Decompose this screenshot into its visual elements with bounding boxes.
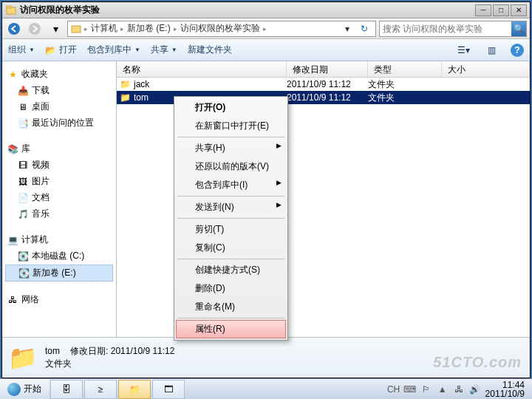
sidebar-item-downloads[interactable]: 📥下载 [5, 83, 113, 98]
sidebar-item-videos[interactable]: 🎞视频 [5, 157, 113, 173]
menu-cut[interactable]: 剪切(T) [176, 220, 286, 239]
chevron-right-icon[interactable]: ▸ [174, 25, 177, 33]
drive-icon: 💽 [18, 267, 30, 279]
video-icon: 🎞 [17, 160, 29, 171]
recent-icon: 📑 [17, 117, 29, 129]
network-tray-icon[interactable]: 🖧 [453, 383, 465, 395]
col-type[interactable]: 类型 [368, 61, 442, 77]
search-icon[interactable]: 🔍 [511, 21, 526, 36]
folder-icon: 📁 [8, 343, 38, 372]
menu-properties[interactable]: 属性(R) [176, 320, 286, 338]
refresh-button[interactable]: ↻ [356, 24, 372, 34]
chevron-right-icon: ▶ [276, 201, 282, 208]
svg-point-2 [8, 23, 20, 35]
library-icon: 📚 [7, 143, 18, 155]
menu-open[interactable]: 打开(O) [176, 98, 286, 117]
menu-rename[interactable]: 重命名(M) [176, 298, 286, 316]
chevron-right-icon[interactable]: ▸ [263, 25, 267, 33]
chevron-right-icon[interactable]: ▸ [120, 25, 124, 33]
menu-share[interactable]: 共享(H)▶ [176, 139, 286, 157]
svg-rect-4 [72, 26, 81, 33]
clock[interactable]: 11:44 2011/10/9 [485, 381, 528, 398]
share-button[interactable]: 共享▼ [151, 44, 177, 56]
watermark: 51CTO.com [433, 354, 522, 371]
minimize-button[interactable]: ─ [475, 4, 491, 16]
toolbar: 组织▼ 📂打开 包含到库中▼ 共享▼ 新建文件夹 ☰▾ ▥ ? [2, 39, 530, 61]
picture-icon: 🖼 [17, 176, 29, 188]
breadcrumb[interactable]: 计算机 [91, 22, 117, 35]
sidebar-item-desktop[interactable]: 🖥桌面 [5, 99, 113, 115]
sidebar-network[interactable]: 🖧网络 [5, 292, 113, 307]
menu-send-to[interactable]: 发送到(N)▶ [176, 198, 286, 216]
search-box[interactable]: 🔍 [379, 21, 527, 37]
sidebar-libraries[interactable]: 📚库 [5, 141, 113, 157]
help-button[interactable]: ? [511, 44, 524, 57]
open-button[interactable]: 📂打开 [45, 44, 77, 56]
music-icon: 🎵 [17, 208, 29, 220]
lang-indicator[interactable]: CH [388, 383, 400, 395]
close-button[interactable]: ✕ [511, 4, 527, 16]
nav-sidebar: ★收藏夹 📥下载 🖥桌面 📑最近访问的位置 📚库 🎞视频 🖼图片 📄文档 🎵音乐… [2, 61, 117, 337]
back-button[interactable] [5, 21, 23, 37]
address-dropdown[interactable]: ▾ [341, 24, 353, 34]
sidebar-item-recent[interactable]: 📑最近访问的位置 [5, 115, 113, 131]
preview-pane-button[interactable]: ▥ [482, 42, 500, 58]
tray-flag-icon[interactable]: 🏳 [420, 383, 432, 395]
organize-button[interactable]: 组织▼ [8, 44, 35, 56]
taskbar-powershell[interactable]: ≥ [84, 380, 117, 399]
context-menu: 打开(O) 在新窗口中打开(E) 共享(H)▶ 还原以前的版本(V) 包含到库中… [174, 96, 288, 341]
menu-include-library[interactable]: 包含到库中(I)▶ [176, 176, 286, 194]
titlebar[interactable]: 访问权限的枚举实验 ─ □ ✕ [2, 2, 530, 18]
sidebar-computer[interactable]: 💻计算机 [5, 232, 113, 248]
drive-icon: 💽 [17, 250, 29, 262]
breadcrumb[interactable]: 新加卷 (E:) [127, 22, 171, 35]
windows-orb-icon [7, 383, 21, 396]
folder-icon [71, 24, 81, 34]
taskbar-explorer[interactable]: 📁 [118, 380, 151, 399]
col-size[interactable]: 大小 [442, 61, 530, 77]
col-name[interactable]: 名称 [117, 61, 287, 77]
maximize-button[interactable]: □ [493, 4, 509, 16]
sidebar-item-drive-e[interactable]: 💽新加卷 (E:) [5, 265, 113, 282]
history-dropdown[interactable]: ▾ [47, 21, 64, 37]
column-header: 名称 修改日期 类型 大小 [117, 61, 530, 78]
desktop-icon: 🖥 [17, 101, 29, 113]
search-input[interactable] [380, 24, 511, 34]
sidebar-item-documents[interactable]: 📄文档 [5, 190, 113, 205]
menu-open-new-window[interactable]: 在新窗口中打开(E) [176, 117, 286, 135]
taskbar-server-manager[interactable]: 🗄 [50, 380, 83, 399]
sidebar-item-drive-c[interactable]: 💽本地磁盘 (C:) [5, 248, 113, 264]
menu-copy[interactable]: 复制(C) [176, 239, 286, 257]
address-bar[interactable]: ▸ 计算机 ▸ 新加卷 (E:) ▸ 访问权限的枚举实验 ▸ ▾ ↻ [67, 21, 376, 37]
sidebar-item-music[interactable]: 🎵音乐 [5, 206, 113, 222]
include-library-button[interactable]: 包含到库中▼ [87, 44, 140, 56]
svg-rect-1 [7, 6, 11, 8]
ime-icon[interactable]: ⌨ [404, 383, 416, 395]
taskbar-app[interactable]: 🗔 [152, 380, 185, 399]
sound-tray-icon[interactable]: 🔊 [469, 383, 481, 395]
breadcrumb[interactable]: 访问权限的枚举实验 [180, 22, 260, 35]
table-row[interactable]: 📁jack 2011/10/9 11:12 文件夹 [117, 78, 530, 91]
window-title: 访问权限的枚举实验 [20, 4, 475, 16]
sidebar-favorites[interactable]: ★收藏夹 [5, 66, 113, 82]
col-modified[interactable]: 修改日期 [287, 61, 368, 77]
menu-delete[interactable]: 删除(D) [176, 279, 286, 298]
menu-restore-versions[interactable]: 还原以前的版本(V) [176, 157, 286, 176]
system-tray: CH ⌨ 🏳 ▲ 🖧 🔊 11:44 2011/10/9 [383, 381, 532, 398]
view-button[interactable]: ☰▾ [454, 42, 472, 58]
new-folder-button[interactable]: 新建文件夹 [188, 44, 232, 56]
forward-button[interactable] [26, 21, 44, 37]
tray-up-icon[interactable]: ▲ [437, 383, 449, 395]
computer-icon: 💻 [7, 234, 18, 246]
svg-point-3 [29, 23, 41, 35]
chevron-right-icon[interactable]: ▸ [84, 25, 88, 33]
sidebar-item-pictures[interactable]: 🖼图片 [5, 174, 113, 189]
chevron-right-icon: ▶ [276, 142, 282, 149]
folder-icon: 📁 [120, 92, 131, 103]
network-icon: 🖧 [7, 294, 18, 306]
chevron-right-icon: ▶ [276, 179, 282, 186]
menu-create-shortcut[interactable]: 创建快捷方式(S) [176, 261, 286, 279]
start-button[interactable]: 开始 [0, 379, 49, 400]
taskbar: 开始 🗄 ≥ 📁 🗔 CH ⌨ 🏳 ▲ 🖧 🔊 11:44 2011/10/9 [0, 378, 532, 399]
window-icon [5, 4, 17, 16]
